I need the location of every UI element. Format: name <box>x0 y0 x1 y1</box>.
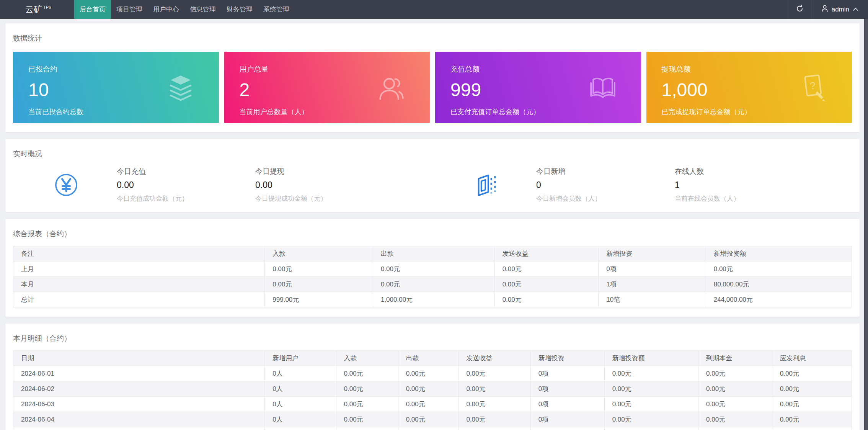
table-cell: 2024-06-04 <box>13 412 265 427</box>
realtime-stat-label: 今日新增 <box>536 167 675 177</box>
table-cell: 0.00元 <box>772 381 852 397</box>
realtime-stat-caption: 当前在线会员数（人） <box>675 194 813 203</box>
table-cell: 0人 <box>265 397 336 412</box>
detail-table: 日期新增用户入款出款发送收益新增投资新增投资额到期本金应发利息2024-06-0… <box>13 350 852 430</box>
table-cell: 0项 <box>530 397 604 412</box>
table-header-cell: 新增投资 <box>530 351 604 366</box>
table-cell: 0.00元 <box>772 366 852 381</box>
chevron-up-icon <box>852 6 859 13</box>
table-header-cell: 应发利息 <box>772 351 852 366</box>
realtime-stat: 今日新增0今日新增会员数（人） <box>536 167 675 203</box>
table-cell: 2024-06-03 <box>13 397 265 412</box>
building-icon <box>474 173 498 197</box>
table-cell: 0项 <box>530 366 604 381</box>
table-cell: 本月 <box>13 277 265 292</box>
book-icon <box>588 73 617 102</box>
realtime-stat: 在线人数1当前在线会员数（人） <box>675 167 813 203</box>
table-row: 总计999.00元1,000.00元0.00元10笔244,000.00元 <box>13 292 852 307</box>
detail-panel: 本月明细（合约） 日期新增用户入款出款发送收益新增投资新增投资额到期本金应发利息… <box>5 324 860 430</box>
stat-card-3: 提现总额1,000已完成提现订单总金额（元）? <box>646 52 852 123</box>
stat-card-caption: 当前用户总数量（人） <box>240 107 415 116</box>
table-cell: 0.00元 <box>458 397 530 412</box>
table-cell: 0.00元 <box>336 427 398 430</box>
summary-table: 备注入款出款发送收益新增投资新增投资额上月0.00元0.00元0.00元0项0.… <box>13 246 852 307</box>
table-cell: 0.00元 <box>398 381 458 397</box>
table-cell: 0.00元 <box>265 277 373 292</box>
stat-card-2: 充值总额999已支付充值订单总金额（元） <box>435 52 641 123</box>
table-cell: 0.00元 <box>494 292 599 307</box>
table-cell: 总计 <box>13 292 265 307</box>
table-cell: 0.00元 <box>494 262 599 277</box>
realtime-stat-value: 0.00 <box>117 180 255 190</box>
table-row: 本月0.00元0.00元0.00元1项80,000.00元 <box>13 277 852 292</box>
nav-tab-3[interactable]: 信息管理 <box>184 0 221 19</box>
refresh-button[interactable] <box>788 0 811 19</box>
nav-tab-4[interactable]: 财务管理 <box>221 0 258 19</box>
app-logo-version: TP6 <box>43 5 51 10</box>
nav-tab-0[interactable]: 后台首页 <box>74 0 111 19</box>
table-cell: 2024-06-01 <box>13 366 265 381</box>
table-header-row: 日期新增用户入款出款发送收益新增投资新增投资额到期本金应发利息 <box>13 351 852 366</box>
stat-cards: 已投合约10当前已投合约总数用户总量2当前用户总数量（人）充值总额999已支付充… <box>13 52 852 123</box>
app-logo-text: 云矿 <box>25 4 42 15</box>
table-cell: 0人 <box>265 412 336 427</box>
table-cell: 0.00元 <box>398 412 458 427</box>
refresh-icon <box>796 5 804 14</box>
table-cell: 0.00元 <box>698 397 772 412</box>
table-cell: 0.00元 <box>265 262 373 277</box>
summary-panel-title: 综合报表（合约） <box>13 229 852 239</box>
table-header-cell: 新增用户 <box>265 351 336 366</box>
realtime-stat-caption: 今日新增会员数（人） <box>536 194 675 203</box>
stat-card-1: 用户总量2当前用户总数量（人） <box>224 52 430 123</box>
table-header-cell: 入款 <box>336 351 398 366</box>
table-cell: 1项 <box>599 277 706 292</box>
table-row: 2024-06-050人0.00元0.00元0.00元0项0.00元0.00元0… <box>13 427 852 430</box>
table-row: 上月0.00元0.00元0.00元0项0.00元 <box>13 262 852 277</box>
table-cell: 0.00元 <box>604 397 698 412</box>
table-cell: 0.00元 <box>604 381 698 397</box>
yen-circle-icon <box>54 173 78 197</box>
table-cell: 0人 <box>265 427 336 430</box>
page-scrollbar[interactable] <box>864 0 868 430</box>
table-cell: 0.00元 <box>458 412 530 427</box>
realtime-stat-label: 今日提现 <box>255 167 394 177</box>
table-header-cell: 新增投资额 <box>706 246 852 262</box>
realtime-row: 今日充值0.00今日充值成功金额（元）今日提现0.00今日提现成功金额（元）今日… <box>13 167 852 203</box>
table-cell: 0.00元 <box>398 397 458 412</box>
stats-panel: 数据统计 已投合约10当前已投合约总数用户总量2当前用户总数量（人）充值总额99… <box>5 23 860 132</box>
layers-icon <box>166 73 195 102</box>
nav-tab-5[interactable]: 系统管理 <box>258 0 295 19</box>
realtime-stat-value: 0 <box>536 180 675 190</box>
doc-edit-icon: ? <box>799 73 828 102</box>
svg-text:?: ? <box>809 80 816 92</box>
main-menu: 后台首页项目管理用户中心信息管理财务管理系统管理 <box>74 0 295 19</box>
realtime-panel: 实时概况 今日充值0.00今日充值成功金额（元）今日提现0.00今日提现成功金额… <box>5 139 860 212</box>
table-cell: 0.00元 <box>604 366 698 381</box>
table-cell: 0.00元 <box>772 412 852 427</box>
table-cell: 0.00元 <box>772 427 852 430</box>
page-body: 数据统计 已投合约10当前已投合约总数用户总量2当前用户总数量（人）充值总额99… <box>0 19 868 430</box>
table-header-cell: 出款 <box>398 351 458 366</box>
app-logo: 云矿 TP6 <box>0 0 74 19</box>
table-cell: 0.00元 <box>458 381 530 397</box>
stat-card-caption: 当前已投合约总数 <box>28 107 204 116</box>
realtime-stat-label: 今日充值 <box>117 167 255 177</box>
table-cell: 0项 <box>599 262 706 277</box>
table-header-cell: 日期 <box>13 351 265 366</box>
summary-panel: 综合报表（合约） 备注入款出款发送收益新增投资新增投资额上月0.00元0.00元… <box>5 219 860 317</box>
table-cell: 0.00元 <box>494 277 599 292</box>
table-cell: 0.00元 <box>373 262 494 277</box>
users-icon <box>377 73 406 102</box>
table-cell: 80,000.00元 <box>706 277 852 292</box>
table-cell: 0.00元 <box>336 412 398 427</box>
realtime-stat-caption: 今日提现成功金额（元） <box>255 194 394 203</box>
user-menu[interactable]: admin <box>811 0 868 19</box>
table-cell: 0.00元 <box>604 412 698 427</box>
table-cell: 0.00元 <box>698 381 772 397</box>
nav-tab-2[interactable]: 用户中心 <box>148 0 184 19</box>
navbar-right: admin <box>788 0 868 19</box>
table-cell: 10笔 <box>599 292 706 307</box>
table-header-cell: 新增投资 <box>599 246 706 262</box>
table-cell: 0.00元 <box>373 277 494 292</box>
nav-tab-1[interactable]: 项目管理 <box>111 0 148 19</box>
